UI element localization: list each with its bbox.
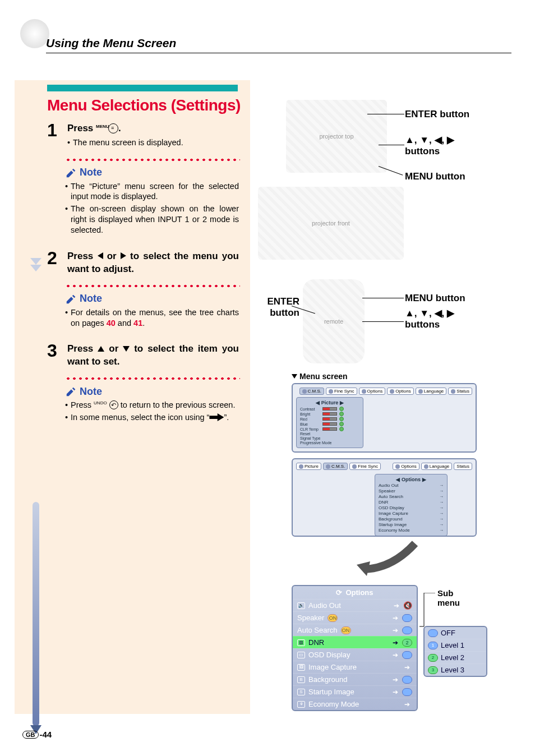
red-dots-divider bbox=[65, 158, 240, 162]
step-3: 3 Press or to select the item you want t… bbox=[15, 343, 250, 368]
undo-small-label: UNDO bbox=[94, 400, 107, 405]
tab: C.M.S. bbox=[299, 388, 324, 395]
note-block-2: Note For details on the menus, see the t… bbox=[65, 293, 239, 329]
picture-row: Signal Type bbox=[300, 436, 359, 440]
callout-line bbox=[367, 114, 404, 114]
text: Menu screen bbox=[299, 372, 348, 381]
picture-row: Blue bbox=[300, 422, 359, 426]
option-row: BBackground➔ bbox=[293, 673, 417, 685]
menu-button-icon bbox=[108, 123, 118, 133]
svg-marker-2 bbox=[30, 265, 41, 271]
right-triangle-icon bbox=[121, 252, 126, 259]
callout-bracket bbox=[418, 593, 437, 630]
tab: Language bbox=[416, 388, 447, 395]
submenu-row: 3Level 3 bbox=[425, 663, 486, 676]
option-row: ▨DNR➔2 bbox=[293, 636, 417, 648]
option-row: ⚘Economy Mode➔ bbox=[293, 698, 417, 710]
tab: Status bbox=[454, 463, 472, 470]
chevron-down-icon bbox=[28, 256, 44, 276]
tab: Options bbox=[387, 388, 414, 395]
submenu-row: 2Level 2 bbox=[425, 651, 486, 663]
option-row: SStartup Image➔ bbox=[293, 685, 417, 698]
option-row: 🔈Audio Out➔🔇 bbox=[293, 599, 417, 611]
text: and bbox=[116, 319, 133, 328]
up-triangle-icon bbox=[98, 346, 104, 352]
step-number: 1 bbox=[47, 120, 61, 150]
note-label: Note bbox=[65, 167, 239, 179]
note-pencil-icon bbox=[65, 385, 77, 398]
step-heading: Press or to select the menu you want to … bbox=[67, 250, 239, 276]
note-bullet: Press UNDO to return to the previous scr… bbox=[65, 400, 239, 411]
undo-button-icon bbox=[109, 400, 118, 409]
picture-row: Reset bbox=[300, 432, 359, 436]
menu-panel-options-small: PictureC.M.S.Fine Sync Options Language … bbox=[292, 458, 477, 537]
options-sub-panel: ◀ Options ▶ Audio Out→Speaker→Auto Searc… bbox=[375, 474, 448, 536]
tab: Options bbox=[359, 388, 386, 395]
option-mini-row: Background→ bbox=[379, 517, 444, 522]
option-mini-row: Economy Mode→ bbox=[379, 528, 444, 533]
note-label: Note bbox=[65, 293, 239, 305]
note-text: Note bbox=[80, 293, 102, 305]
projector-top-illustration: projector top bbox=[286, 100, 387, 173]
option-mini-row: Startup Image→ bbox=[379, 522, 444, 527]
picture-row: Red bbox=[300, 417, 359, 421]
option-mini-row: OSD Display→ bbox=[379, 505, 444, 510]
tab: Status bbox=[448, 388, 472, 395]
svg-marker-1 bbox=[30, 258, 41, 265]
option-row: Auto SearchON➔ bbox=[293, 624, 417, 636]
down-triangle-icon bbox=[123, 346, 130, 352]
tab: Fine Sync bbox=[349, 463, 381, 470]
menu-screen-label: Menu screen bbox=[292, 372, 516, 381]
left-triangle-icon bbox=[98, 252, 103, 259]
tab: C.M.S. bbox=[323, 463, 348, 470]
note-bullet: For details on the menus, see the tree c… bbox=[65, 307, 239, 329]
projector-front-illustration: projector front bbox=[258, 187, 404, 260]
text: For details on the menus, see the tree c… bbox=[71, 308, 239, 328]
tab-row: C.M.S.Fine SyncOptionsOptionsLanguageSta… bbox=[296, 388, 472, 395]
vertical-gradient-bar bbox=[28, 502, 44, 735]
picture-row: Contrast bbox=[300, 407, 359, 411]
note-block-1: Note The “Picture” menu screen for the s… bbox=[65, 167, 239, 236]
text: Press bbox=[67, 123, 96, 133]
red-dots-divider bbox=[65, 376, 240, 381]
svg-rect-3 bbox=[33, 502, 39, 726]
page-link[interactable]: 40 bbox=[107, 319, 116, 328]
sub-menu-panel: OFF1Level 12Level 23Level 3 bbox=[423, 626, 487, 677]
teal-bar bbox=[47, 85, 238, 91]
step-number: 2 bbox=[47, 248, 61, 276]
note-bullet: The “Picture” menu screen for the select… bbox=[65, 181, 239, 202]
options-panel: ⟳Options 🔈Audio Out➔🔇SpeakerON➔Auto Sear… bbox=[292, 585, 418, 711]
page-number: -44 bbox=[40, 730, 52, 739]
step-2: 2 Press or to select the menu you want t… bbox=[15, 250, 250, 276]
svg-point-0 bbox=[20, 19, 49, 48]
page-title: Using the Menu Screen bbox=[46, 36, 511, 53]
option-row: ▭OSD Display➔ bbox=[293, 648, 417, 661]
text: ”. bbox=[224, 413, 229, 422]
down-triangle-icon bbox=[292, 374, 297, 379]
enter-button-label: ENTERbutton bbox=[258, 296, 299, 318]
option-mini-row: Speaker→ bbox=[379, 488, 444, 494]
step-number: 3 bbox=[47, 340, 61, 368]
option-mini-row: Image Capture→ bbox=[379, 511, 444, 516]
tab: Picture bbox=[296, 463, 321, 470]
option-row: 🖼Image Capture➔ bbox=[293, 661, 417, 673]
callout-line bbox=[362, 321, 404, 322]
picture-sub-panel: ◀ Picture ▶ ContrastBrightRedBlueCLR Tem… bbox=[296, 397, 363, 448]
option-mini-row: Auto Search→ bbox=[379, 494, 444, 499]
arrow-buttons-label: ▲, ▼, ◀, ▶buttons bbox=[405, 308, 478, 330]
step-1: 1 Press MENU. The menu screen is display… bbox=[15, 122, 250, 150]
picture-row: CLR Temp bbox=[300, 427, 359, 431]
option-mini-row: DNR→ bbox=[379, 500, 444, 505]
option-mini-row: Audio Out→ bbox=[379, 483, 444, 488]
page-link[interactable]: 41 bbox=[133, 319, 142, 328]
menu-button-label: MENU button bbox=[405, 293, 465, 304]
menu-button-label: MENU button bbox=[405, 171, 465, 182]
note-bullet: In some menus, select the icon using “”. bbox=[65, 412, 239, 423]
gb-pill: GB bbox=[22, 731, 39, 739]
menu-panel-picture: C.M.S.Fine SyncOptionsOptionsLanguageSta… bbox=[292, 383, 477, 453]
note-text: Note bbox=[80, 386, 102, 398]
note-block-3: Note Press UNDO to return to the previou… bbox=[65, 385, 239, 423]
red-dots-divider bbox=[65, 284, 240, 288]
note-pencil-icon bbox=[65, 293, 77, 305]
menu-small-label: MENU bbox=[96, 124, 108, 130]
